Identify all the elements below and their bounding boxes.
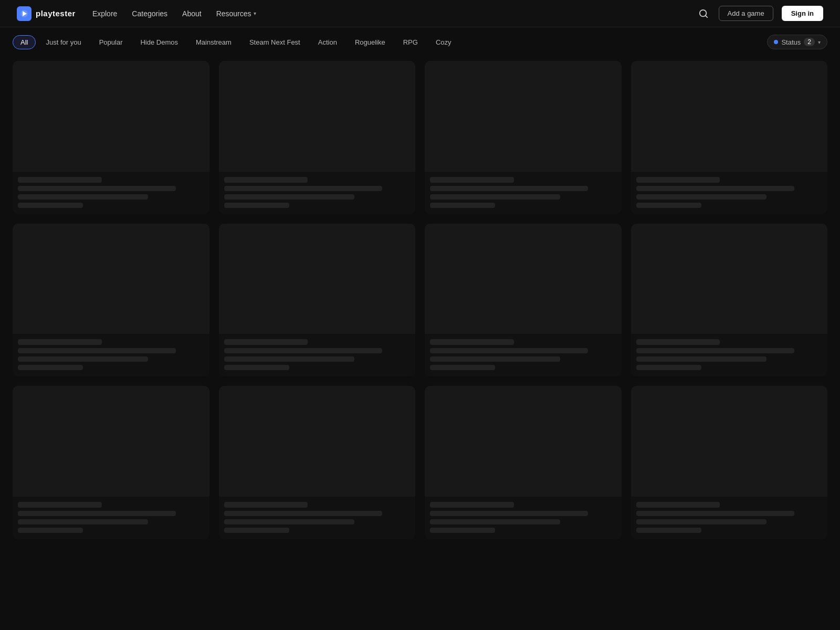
search-icon — [699, 9, 708, 18]
status-dot-icon — [774, 40, 778, 44]
card-tag-skeleton — [224, 528, 289, 533]
card-body — [425, 172, 622, 214]
card-thumbnail — [631, 386, 828, 497]
card-thumbnail — [425, 386, 622, 497]
game-card[interactable] — [425, 61, 622, 214]
card-sub2-skeleton — [224, 519, 354, 524]
card-sub2-skeleton — [224, 356, 354, 362]
card-body — [13, 334, 209, 376]
svg-line-3 — [705, 15, 707, 17]
game-card[interactable] — [631, 61, 828, 214]
card-title-skeleton — [636, 339, 720, 345]
card-sub-skeleton — [224, 186, 382, 191]
filter-mainstream[interactable]: Mainstream — [188, 35, 239, 49]
card-sub-skeleton — [636, 511, 794, 516]
card-title-skeleton — [18, 339, 102, 345]
card-body — [631, 172, 828, 214]
chevron-down-icon: ▾ — [818, 39, 821, 45]
filter-steam-next-fest[interactable]: Steam Next Fest — [242, 35, 308, 49]
logo[interactable]: playtester — [17, 6, 76, 21]
game-card[interactable] — [631, 224, 828, 377]
card-tag-skeleton — [430, 528, 495, 533]
header-actions: Add a game Sign in — [697, 6, 823, 21]
card-body — [219, 172, 416, 214]
card-sub-skeleton — [430, 511, 588, 516]
card-title-skeleton — [18, 502, 102, 508]
card-thumbnail — [631, 61, 828, 172]
card-tag-skeleton — [18, 203, 83, 208]
filter-popular[interactable]: Popular — [91, 35, 131, 49]
card-sub-skeleton — [224, 511, 382, 516]
card-sub2-skeleton — [636, 519, 766, 524]
filter-rpg[interactable]: RPG — [395, 35, 426, 49]
game-card[interactable] — [425, 386, 622, 539]
game-card[interactable] — [425, 224, 622, 377]
card-title-skeleton — [18, 177, 102, 183]
card-body — [13, 172, 209, 214]
card-tag-skeleton — [224, 365, 289, 370]
card-sub-skeleton — [636, 186, 794, 191]
status-count-badge: 2 — [804, 38, 815, 46]
card-body — [425, 497, 622, 539]
card-tag-skeleton — [18, 528, 83, 533]
filter-all[interactable]: All — [13, 35, 36, 49]
card-sub2-skeleton — [18, 194, 148, 200]
card-sub-skeleton — [18, 186, 176, 191]
filter-action[interactable]: Action — [310, 35, 345, 49]
card-sub2-skeleton — [636, 356, 766, 362]
game-card[interactable] — [13, 61, 209, 214]
games-grid — [13, 61, 827, 539]
card-sub2-skeleton — [430, 356, 560, 362]
card-sub2-skeleton — [18, 519, 148, 524]
card-tag-skeleton — [18, 365, 83, 370]
sign-in-button[interactable]: Sign in — [782, 6, 823, 21]
card-sub-skeleton — [224, 348, 382, 353]
card-sub2-skeleton — [224, 194, 354, 200]
card-sub2-skeleton — [18, 356, 148, 362]
card-sub-skeleton — [430, 348, 588, 353]
nav-resources[interactable]: Resources ▾ — [216, 9, 256, 18]
card-title-skeleton — [430, 177, 514, 183]
card-thumbnail — [13, 61, 209, 172]
game-card[interactable] — [219, 224, 416, 377]
card-sub-skeleton — [18, 348, 176, 353]
card-tag-skeleton — [636, 365, 701, 370]
card-title-skeleton — [224, 339, 308, 345]
filter-just-for-you[interactable]: Just for you — [38, 35, 89, 49]
card-tag-skeleton — [636, 528, 701, 533]
filter-cozy[interactable]: Cozy — [428, 35, 459, 49]
filter-bar: All Just for you Popular Hide Demos Main… — [0, 27, 840, 57]
card-thumbnail — [631, 224, 828, 334]
card-thumbnail — [13, 386, 209, 497]
nav-categories[interactable]: Categories — [132, 9, 167, 18]
game-card[interactable] — [219, 386, 416, 539]
add-game-button[interactable]: Add a game — [719, 6, 773, 21]
card-thumbnail — [13, 224, 209, 334]
card-sub-skeleton — [430, 186, 588, 191]
card-body — [13, 497, 209, 539]
card-tag-skeleton — [224, 203, 289, 208]
filter-hide-demos[interactable]: Hide Demos — [132, 35, 186, 49]
chevron-down-icon: ▾ — [254, 10, 256, 16]
card-title-skeleton — [636, 177, 720, 183]
card-body — [631, 497, 828, 539]
nav-explore[interactable]: Explore — [92, 9, 117, 18]
card-tag-skeleton — [430, 365, 495, 370]
filter-roguelike[interactable]: Roguelike — [347, 35, 393, 49]
card-title-skeleton — [636, 502, 720, 508]
card-tag-skeleton — [636, 203, 701, 208]
card-body — [631, 334, 828, 376]
card-sub2-skeleton — [430, 519, 560, 524]
card-title-skeleton — [430, 339, 514, 345]
card-sub-skeleton — [18, 511, 176, 516]
card-sub2-skeleton — [636, 194, 766, 200]
search-button[interactable] — [697, 7, 710, 20]
game-card[interactable] — [13, 386, 209, 539]
status-filter[interactable]: Status 2 ▾ — [767, 35, 827, 49]
card-title-skeleton — [430, 502, 514, 508]
nav-about[interactable]: About — [182, 9, 202, 18]
game-card[interactable] — [631, 386, 828, 539]
game-card[interactable] — [219, 61, 416, 214]
game-card[interactable] — [13, 224, 209, 377]
card-body — [219, 334, 416, 376]
